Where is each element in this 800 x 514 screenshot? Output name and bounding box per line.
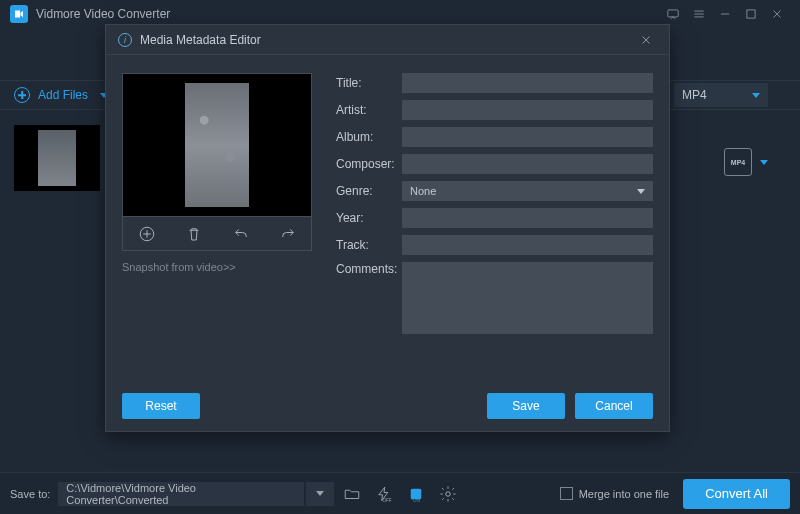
- cancel-button[interactable]: Cancel: [575, 393, 653, 419]
- chevron-down-icon: [752, 93, 760, 98]
- reset-button[interactable]: Reset: [122, 393, 200, 419]
- svg-rect-0: [668, 10, 679, 17]
- plus-circle-icon: [14, 87, 30, 103]
- save-path-dropdown[interactable]: [306, 482, 334, 506]
- save-path-field[interactable]: C:\Vidmore\Vidmore Video Converter\Conve…: [58, 482, 304, 506]
- settings-button[interactable]: [434, 482, 462, 506]
- album-input[interactable]: [402, 127, 653, 147]
- output-format-dropdown[interactable]: MP4: [674, 83, 768, 107]
- metadata-form: Title: Artist: Album: Composer: Genre: N…: [336, 73, 653, 371]
- media-thumbnail: [14, 125, 100, 191]
- chevron-down-icon: [316, 491, 324, 496]
- save-to-label: Save to:: [10, 488, 50, 500]
- media-list-item[interactable]: [14, 125, 100, 191]
- modal-close-button[interactable]: [635, 29, 657, 51]
- close-button[interactable]: [764, 3, 790, 25]
- composer-input[interactable]: [402, 154, 653, 174]
- cover-actions: [122, 217, 312, 251]
- delete-cover-button[interactable]: [183, 223, 205, 245]
- svg-rect-1: [747, 10, 755, 18]
- feedback-icon[interactable]: [660, 3, 686, 25]
- save-button[interactable]: Save: [487, 393, 565, 419]
- merge-label: Merge into one file: [579, 488, 670, 500]
- output-format-value: MP4: [682, 88, 707, 102]
- add-files-button[interactable]: Add Files: [14, 87, 108, 103]
- artist-label: Artist:: [336, 103, 396, 117]
- gpu-accel-toggle[interactable]: ON: [402, 482, 430, 506]
- redo-button[interactable]: [277, 223, 299, 245]
- modal-footer: Reset Save Cancel: [106, 381, 669, 431]
- info-icon: i: [118, 33, 132, 47]
- chevron-down-icon: [637, 189, 645, 194]
- add-files-label: Add Files: [38, 88, 88, 102]
- svg-text:OFF: OFF: [383, 498, 392, 503]
- minimize-button[interactable]: [712, 3, 738, 25]
- track-label: Track:: [336, 238, 396, 252]
- checkbox-icon: [560, 487, 573, 500]
- snapshot-link[interactable]: Snapshot from video>>: [122, 261, 312, 273]
- metadata-editor-modal: i Media Metadata Editor Snapshot from vi…: [105, 24, 670, 432]
- film-icon: MP4: [724, 148, 752, 176]
- chevron-down-icon: [760, 160, 768, 165]
- app-logo: [10, 5, 28, 23]
- cover-preview: [122, 73, 312, 217]
- svg-text:ON: ON: [413, 498, 420, 503]
- maximize-button[interactable]: [738, 3, 764, 25]
- composer-label: Composer:: [336, 157, 396, 171]
- comments-textarea[interactable]: [402, 262, 653, 334]
- genre-label: Genre:: [336, 184, 396, 198]
- track-input[interactable]: [402, 235, 653, 255]
- svg-point-5: [446, 491, 451, 496]
- app-title: Vidmore Video Converter: [36, 7, 170, 21]
- menu-icon[interactable]: [686, 3, 712, 25]
- open-folder-button[interactable]: [338, 482, 366, 506]
- convert-all-button[interactable]: Convert All: [683, 479, 790, 509]
- high-speed-toggle[interactable]: OFF: [370, 482, 398, 506]
- merge-checkbox[interactable]: Merge into one file: [560, 487, 670, 500]
- title-label: Title:: [336, 76, 396, 90]
- genre-value: None: [410, 185, 436, 197]
- save-path-value: C:\Vidmore\Vidmore Video Converter\Conve…: [66, 482, 296, 506]
- comments-label: Comments:: [336, 262, 396, 276]
- genre-select[interactable]: None: [402, 181, 653, 201]
- bottombar: Save to: C:\Vidmore\Vidmore Video Conver…: [0, 472, 800, 514]
- modal-title: Media Metadata Editor: [140, 33, 261, 47]
- album-label: Album:: [336, 130, 396, 144]
- year-label: Year:: [336, 211, 396, 225]
- item-output-format[interactable]: MP4: [724, 148, 768, 176]
- modal-header: i Media Metadata Editor: [106, 25, 669, 55]
- title-input[interactable]: [402, 73, 653, 93]
- undo-button[interactable]: [230, 223, 252, 245]
- artist-input[interactable]: [402, 100, 653, 120]
- year-input[interactable]: [402, 208, 653, 228]
- add-cover-button[interactable]: [136, 223, 158, 245]
